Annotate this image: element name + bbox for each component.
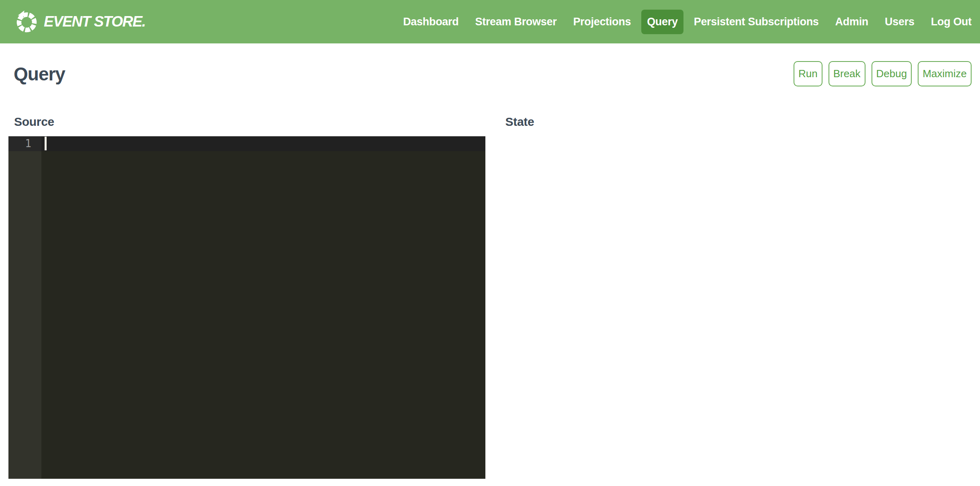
state-content (490, 136, 972, 176)
nav-item-users[interactable]: Users (885, 10, 915, 34)
brand[interactable]: EVENT STORE. (14, 10, 145, 34)
main-content: Source 1 State (0, 115, 980, 479)
state-label: State (505, 115, 972, 129)
editor-empty-area (8, 151, 485, 479)
page-header: Query Run Break Debug Maximize (14, 61, 972, 86)
nav-item-stream-browser[interactable]: Stream Browser (475, 10, 556, 34)
editor-line-number: 1 (8, 136, 41, 151)
source-panel: Source 1 (8, 115, 490, 479)
editor-line-content (41, 136, 485, 151)
editor-active-line: 1 (8, 136, 485, 151)
run-button[interactable]: Run (794, 61, 822, 86)
break-button[interactable]: Break (829, 61, 865, 86)
query-toolbar: Run Break Debug Maximize (794, 61, 972, 86)
top-navbar: EVENT STORE. Dashboard Stream Browser Pr… (0, 0, 980, 43)
debug-button[interactable]: Debug (872, 61, 912, 86)
source-label: Source (14, 115, 490, 129)
nav-item-projections[interactable]: Projections (573, 10, 631, 34)
nav-item-log-out[interactable]: Log Out (931, 10, 972, 34)
editor-gutter (8, 151, 41, 479)
nav-item-admin[interactable]: Admin (835, 10, 869, 34)
nav-item-persistent-subscriptions[interactable]: Persistent Subscriptions (694, 10, 819, 34)
text-cursor (45, 137, 47, 150)
query-source-editor[interactable]: 1 (8, 136, 485, 479)
nav-item-dashboard[interactable]: Dashboard (403, 10, 458, 34)
brand-wordmark: EVENT STORE. (44, 13, 145, 30)
nav-links: Dashboard Stream Browser Projections Que… (403, 10, 972, 34)
editor-background (41, 151, 485, 479)
page-title: Query (14, 63, 65, 85)
state-panel: State (490, 115, 972, 176)
event-store-logo-icon (14, 10, 39, 34)
nav-item-query[interactable]: Query (641, 10, 683, 34)
maximize-button[interactable]: Maximize (918, 61, 972, 86)
